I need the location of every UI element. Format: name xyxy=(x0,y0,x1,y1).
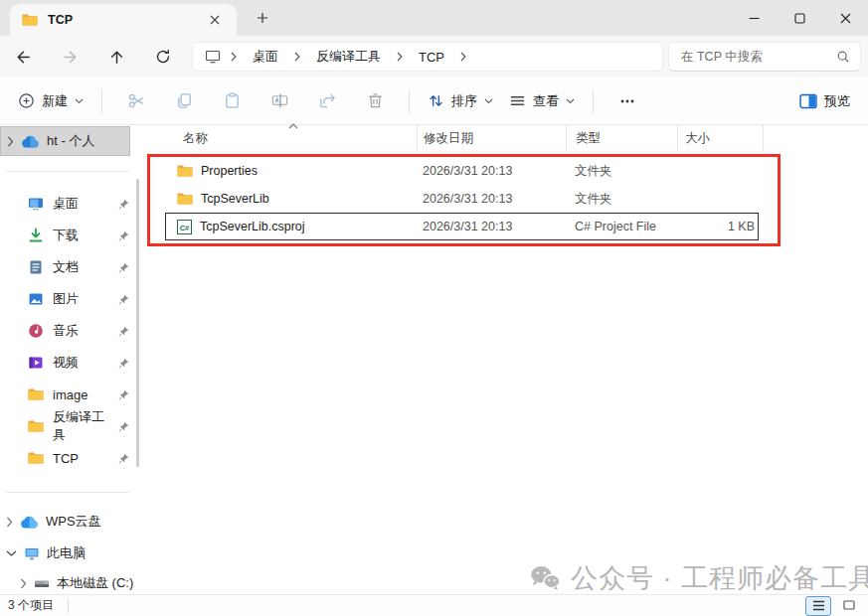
sidebar-item-documents[interactable]: 文档 xyxy=(0,251,137,283)
column-header-row: 名称 修改日期 类型 大小 xyxy=(147,125,868,151)
sidebar-item-image[interactable]: image xyxy=(0,379,137,410)
column-header-name[interactable]: 名称 xyxy=(147,125,418,151)
sidebar-separator xyxy=(6,171,129,172)
sidebar-item-label: 音乐 xyxy=(53,322,79,340)
tab-tcp[interactable]: TCP xyxy=(10,4,237,36)
sidebar-item-wps-cloud[interactable]: WPS云盘 xyxy=(0,508,137,536)
sidebar: ht - 个人 桌面 下载 文档 xyxy=(0,125,147,594)
desktop-monitor-icon[interactable] xyxy=(205,50,221,64)
column-header-size[interactable]: 大小 xyxy=(678,125,764,151)
rename-button[interactable] xyxy=(260,83,299,119)
sidebar-item-label: ht - 个人 xyxy=(47,132,94,150)
chevron-down-icon xyxy=(75,98,84,104)
cut-button[interactable] xyxy=(116,83,156,119)
sidebar-item-videos[interactable]: 视频 xyxy=(0,347,137,379)
sidebar-item-downloads[interactable]: 下载 xyxy=(0,220,137,251)
table-row-properties[interactable]: Properties 2026/3/31 20:13 文件夹 xyxy=(165,157,759,185)
folder-icon xyxy=(28,419,44,433)
new-button-label: 新建 xyxy=(42,92,68,110)
up-button[interactable] xyxy=(99,40,133,74)
sidebar-item-onedrive[interactable]: ht - 个人 xyxy=(0,126,130,156)
table-row-tcpseverlib-csproj[interactable]: C# TcpSeverLib.csproj 2026/3/31 20:13 C#… xyxy=(165,213,759,240)
command-toolbar: 新建 排序 xyxy=(0,77,868,125)
chevron-right-icon[interactable] xyxy=(6,517,13,528)
chevron-down-icon xyxy=(566,98,575,104)
more-options-button[interactable] xyxy=(608,83,647,119)
sidebar-item-label: 下载 xyxy=(53,227,79,244)
tab-close-icon[interactable] xyxy=(205,10,225,30)
sidebar-item-tcp[interactable]: TCP xyxy=(0,442,137,474)
back-button[interactable] xyxy=(6,40,40,74)
maximize-button[interactable] xyxy=(777,0,822,36)
sidebar-item-label: 视频 xyxy=(53,354,79,372)
table-row-tcpseverlib[interactable]: TcpSeverLib 2026/3/31 20:13 文件夹 xyxy=(165,185,759,213)
sidebar-item-label: 此电脑 xyxy=(47,544,86,562)
videos-icon xyxy=(28,355,44,371)
sidebar-item-drive-c[interactable]: 本地磁盘 (C:) xyxy=(0,569,137,597)
new-tab-button[interactable] xyxy=(251,7,274,29)
chevron-right-icon[interactable] xyxy=(456,52,470,62)
chevron-right-icon[interactable] xyxy=(290,52,304,62)
sidebar-item-music[interactable]: 音乐 xyxy=(0,315,137,347)
share-button[interactable] xyxy=(307,83,347,119)
large-icons-view-button[interactable] xyxy=(836,596,862,616)
breadcrumb[interactable]: 桌面 反编译工具 TCP xyxy=(192,42,663,72)
toolbar-divider xyxy=(409,89,410,113)
column-header-date[interactable]: 修改日期 xyxy=(418,125,567,151)
chevron-right-icon[interactable] xyxy=(393,52,407,62)
sidebar-item-label: 文档 xyxy=(53,258,79,276)
sort-arrows-icon xyxy=(428,92,444,109)
sidebar-item-label: 反编译工具 xyxy=(53,408,109,444)
folder-icon xyxy=(28,451,44,465)
file-date: 2026/3/31 20:13 xyxy=(410,192,562,206)
close-button[interactable] xyxy=(822,0,868,36)
search-input[interactable] xyxy=(679,49,830,65)
chevron-right-icon[interactable] xyxy=(20,578,27,589)
column-header-spacer xyxy=(764,125,868,151)
pin-icon xyxy=(118,421,129,432)
search-box[interactable] xyxy=(668,42,861,72)
breadcrumb-item-tcp[interactable]: TCP xyxy=(413,48,450,67)
pictures-icon xyxy=(28,291,44,307)
breadcrumb-item-desktop[interactable]: 桌面 xyxy=(247,46,284,68)
file-type: C# Project File xyxy=(562,220,725,233)
forward-button[interactable] xyxy=(53,40,87,74)
chevron-right-icon[interactable] xyxy=(7,136,14,147)
chevron-right-icon[interactable] xyxy=(227,52,241,62)
column-header-type[interactable]: 类型 xyxy=(567,125,678,151)
file-list-panel: 名称 修改日期 类型 大小 Properties 2026/3/31 20:13… xyxy=(147,125,868,594)
file-type: 文件夹 xyxy=(562,191,725,208)
sort-button-label: 排序 xyxy=(451,92,477,110)
sidebar-item-pictures[interactable]: 图片 xyxy=(0,283,137,315)
chevron-down-icon[interactable] xyxy=(6,550,17,557)
preview-button[interactable]: 预览 xyxy=(791,85,858,117)
breadcrumb-item-decompile-tools[interactable]: 反编译工具 xyxy=(310,46,387,68)
sidebar-item-desktop[interactable]: 桌面 xyxy=(0,188,137,220)
sidebar-item-this-pc[interactable]: 此电脑 xyxy=(0,539,137,567)
documents-icon xyxy=(28,259,44,275)
file-date: 2026/3/31 20:13 xyxy=(410,164,562,178)
delete-button[interactable] xyxy=(355,83,395,119)
status-bar: 3 个项目 xyxy=(0,594,868,616)
list-lines-icon xyxy=(509,92,526,109)
minimize-button[interactable] xyxy=(731,0,777,36)
details-view-button[interactable] xyxy=(805,596,831,616)
toolbar-divider xyxy=(593,89,594,113)
sidebar-scrollbar[interactable] xyxy=(136,179,139,467)
file-name: TcpSeverLib.csproj xyxy=(200,220,305,233)
view-button[interactable]: 查看 xyxy=(501,85,583,117)
paste-button[interactable] xyxy=(212,83,252,119)
refresh-button[interactable] xyxy=(146,40,180,74)
sidebar-item-label: WPS云盘 xyxy=(46,513,101,531)
sidebar-item-decompile-tools[interactable]: 反编译工具 xyxy=(0,410,137,442)
copy-button[interactable] xyxy=(164,83,204,119)
pin-icon xyxy=(118,262,129,273)
new-button[interactable]: 新建 xyxy=(10,85,91,117)
window-controls xyxy=(731,0,868,36)
chevron-down-icon xyxy=(484,98,493,104)
file-explorer-window: TCP xyxy=(0,0,868,616)
search-icon[interactable] xyxy=(836,50,850,64)
sidebar-item-label: 桌面 xyxy=(53,195,79,213)
items-count: 3 个项目 xyxy=(8,597,54,614)
sort-button[interactable]: 排序 xyxy=(420,85,501,117)
